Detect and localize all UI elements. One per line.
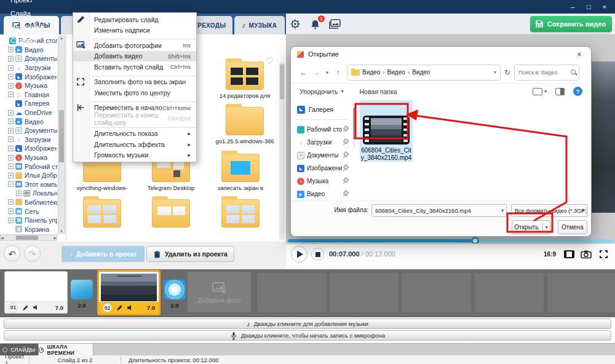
tree-expander[interactable]: + (8, 74, 14, 79)
folder-tile[interactable] (69, 196, 135, 237)
scrollbar-thumb[interactable] (353, 108, 355, 140)
address-caret-icon[interactable]: ▾ (494, 69, 496, 75)
scrollbar-thumb[interactable] (16, 235, 38, 240)
tab-music[interactable]: ♪ МУЗЫКА (234, 16, 285, 34)
menu-item[interactable]: Вставить пустой слайд Ctrl+Ins (73, 61, 196, 73)
menubar-item[interactable]: Слайд (5, 7, 49, 20)
tree-item[interactable]: + Загрузки (0, 63, 57, 73)
sidebar-pinned-item[interactable]: Документы (291, 149, 352, 162)
folder-tile[interactable] (208, 196, 273, 237)
tree-item[interactable]: + Библиотеки (0, 198, 57, 207)
tree-expander[interactable]: + (8, 92, 14, 97)
sidebar-pinned-item[interactable]: Изображени (291, 162, 352, 175)
nav-forward-icon[interactable]: → (310, 68, 323, 77)
folder-tile[interactable]: go1.25.5.windows-386 (212, 103, 277, 145)
scroll-right-icon[interactable]: ▶ (54, 235, 57, 240)
speaker-icon[interactable] (127, 305, 133, 311)
nav-history-caret-icon[interactable]: ▾ (323, 69, 331, 76)
tree-item[interactable]: + Изображения (0, 72, 57, 81)
menu-item[interactable]: Редактировать слайд (73, 14, 196, 25)
notifications-bell-icon[interactable]: 1 (309, 18, 321, 30)
search-input[interactable] (515, 65, 579, 80)
menubar-item[interactable]: Проект (5, 0, 49, 7)
menu-item[interactable]: Громкость музыки ▸ (73, 150, 196, 161)
scroll-down-icon[interactable]: ▼ (60, 229, 63, 233)
tree-item[interactable]: + Сеть (0, 207, 57, 216)
open-split-caret-icon[interactable]: ▾ (546, 224, 548, 230)
sidebar-scrollbar[interactable] (353, 103, 355, 148)
scrollbar-thumb[interactable] (59, 110, 64, 162)
scrollbar-thumb[interactable] (280, 64, 284, 100)
play-button[interactable] (291, 246, 308, 263)
tree-item[interactable]: + Документы (0, 126, 57, 135)
slide-2-selected[interactable]: 02 7.0 (97, 270, 161, 315)
redo-button[interactable]: ↷ (24, 245, 41, 262)
save-video-button[interactable]: Сохранить видео (530, 16, 612, 32)
undo-button[interactable]: ↶ (4, 245, 20, 262)
close-button[interactable]: × (597, 0, 613, 14)
breadcrumb-item[interactable]: Видео › (412, 69, 430, 76)
menu-item[interactable]: Переместить в конец слайд-шоу Ctrl+End (73, 113, 196, 124)
maximize-button[interactable]: □ (581, 0, 597, 14)
tree-expander[interactable]: + (8, 146, 14, 151)
menu-item[interactable]: Изменить надписи (73, 25, 196, 36)
playback-progress-bar[interactable] (288, 239, 613, 242)
folder-tile[interactable] (138, 196, 204, 237)
dialog-close-icon[interactable]: × (574, 49, 585, 60)
menu-item[interactable] (92, 36, 196, 39)
breadcrumb-item[interactable]: Видео › (387, 69, 410, 76)
tree-expander[interactable]: + (8, 199, 14, 205)
preview-pane-icon[interactable] (555, 88, 565, 95)
tree-item[interactable]: Корзина (0, 224, 57, 234)
letterbox-icon[interactable] (564, 250, 574, 258)
tree-expander[interactable]: + (8, 119, 14, 124)
tree-expander[interactable]: + (8, 65, 14, 71)
transition-1[interactable]: 2.0 (71, 280, 93, 309)
tree-expander[interactable]: + (8, 110, 14, 116)
sidebar-pinned-item[interactable]: Видео (291, 188, 352, 200)
transition-2[interactable]: 2.0 (164, 280, 186, 309)
tree-horizontal-scrollbar[interactable]: ◀ ▶ (0, 234, 57, 241)
edit-pencil-icon[interactable] (22, 304, 29, 311)
menu-item[interactable] (92, 73, 196, 76)
scroll-up-icon[interactable]: ▲ (60, 36, 63, 40)
new-folder-button[interactable]: Новая папка (360, 88, 397, 95)
snapshot-camera-icon[interactable] (581, 250, 592, 259)
tree-vertical-scrollbar[interactable]: ▲ ▼ (58, 36, 65, 234)
help-icon[interactable]: ? (573, 87, 582, 96)
menu-item[interactable]: Длительность показа ▸ (73, 129, 196, 140)
breadcrumb-item[interactable]: Видео › (362, 69, 385, 76)
tree-item[interactable]: + Панель управ (0, 216, 57, 225)
open-button[interactable]: Открыть ▾ (512, 220, 550, 234)
tree-expander[interactable]: + (8, 136, 14, 142)
tree-item[interactable]: Галерея (0, 99, 57, 108)
nav-up-icon[interactable]: ↑ (331, 68, 344, 77)
video-file-selected[interactable]: 606804_Cities_Cit y_3840x2160.mp4 (360, 100, 413, 162)
edit-pencil-icon[interactable] (116, 304, 123, 311)
sidebar-pinned-item[interactable]: Музыка (291, 175, 352, 188)
minimize-button[interactable]: – (565, 0, 581, 14)
stop-button[interactable] (311, 248, 324, 261)
sidebar-pinned-item[interactable]: Загрузки (291, 136, 352, 149)
menu-item[interactable]: Заполнить фото на весь экран (73, 77, 196, 88)
tree-expander[interactable]: + (8, 128, 14, 133)
cancel-button[interactable]: Отмена (558, 220, 587, 234)
view-mode-button[interactable]: ▾ (533, 88, 547, 95)
tree-item[interactable]: + Локальный д (0, 189, 57, 198)
menu-item[interactable]: Добавить фотографии Ins (73, 40, 196, 51)
tree-expander[interactable]: + (8, 56, 14, 61)
tree-expander[interactable]: + (8, 155, 14, 160)
tree-expander[interactable]: + (8, 164, 14, 169)
folder-tile[interactable]: записать экран в window... (208, 150, 273, 192)
address-breadcrumb[interactable]: Видео › Видео › Видео › ▾ (347, 65, 501, 81)
dialog-search[interactable] (514, 65, 579, 81)
tree-item[interactable]: + Загрузки (0, 135, 57, 144)
scroll-left-icon[interactable]: ◀ (1, 235, 4, 240)
remove-from-project-button[interactable]: Удалить из проекта (146, 246, 234, 262)
sidebar-item-gallery[interactable]: Галерея (291, 103, 352, 116)
organize-button[interactable]: Упорядочить ▾ (300, 88, 344, 95)
sidebar-pinned-item[interactable]: Рабочий сто (291, 123, 352, 136)
folder-tile[interactable]: 14 редакторов для созд... (212, 58, 277, 100)
refresh-icon[interactable]: ↻ (504, 68, 510, 77)
tree-expander[interactable]: + (8, 83, 14, 89)
